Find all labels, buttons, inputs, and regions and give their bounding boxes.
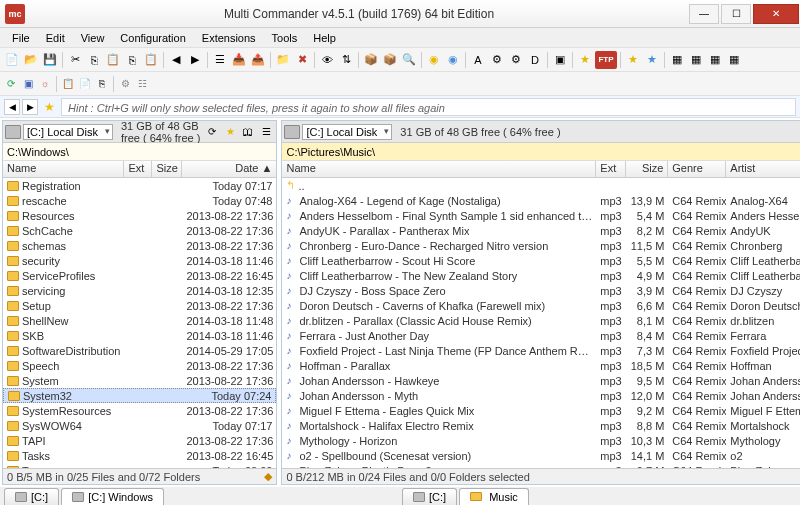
table-row[interactable]: ♪Doron Deutsch - Caverns of Khafka (Fare…: [282, 298, 800, 313]
table-row[interactable]: ♪Johan Andersson - Mythmp312,0 MC64 Remi…: [282, 388, 800, 403]
table-row[interactable]: SystemResources2013-08-22 17:36: [3, 403, 276, 418]
tool-icon[interactable]: 📄: [77, 76, 93, 92]
copy-button[interactable]: ⎘: [85, 51, 103, 69]
left-path-bar[interactable]: C:\Windows\: [3, 143, 276, 161]
pane-refresh-button[interactable]: ⟳: [204, 124, 220, 140]
table-row[interactable]: System2013-08-22 17:36: [3, 373, 276, 388]
tool-icon[interactable]: ☼: [37, 76, 53, 92]
paste-button[interactable]: 📋: [104, 51, 122, 69]
moveto-button[interactable]: 📤: [249, 51, 267, 69]
table-row[interactable]: SchCache2013-08-22 17:36: [3, 223, 276, 238]
table-row[interactable]: ShellNew2014-03-18 11:48: [3, 313, 276, 328]
table-row[interactable]: Speech2013-08-22 17:36: [3, 358, 276, 373]
cfg1-button[interactable]: ⚙: [488, 51, 506, 69]
star-button[interactable]: ★: [576, 51, 594, 69]
tool1-button[interactable]: ▦: [668, 51, 686, 69]
col-ext[interactable]: Ext: [596, 161, 626, 177]
find-button[interactable]: 🔍: [400, 51, 418, 69]
maximize-button[interactable]: ☐: [721, 4, 751, 24]
table-row[interactable]: ♪Hoffman - Parallaxmp318,5 MC64 RemixHof…: [282, 358, 800, 373]
table-row[interactable]: ♪AndyUK - Parallax - Pantherax Mixmp38,2…: [282, 223, 800, 238]
newfolder-button[interactable]: 📁: [274, 51, 292, 69]
table-row[interactable]: System32Today 07:24: [3, 388, 276, 403]
table-row[interactable]: SoftwareDistribution2014-05-29 17:05: [3, 343, 276, 358]
menu-file[interactable]: File: [4, 30, 38, 46]
right-file-list[interactable]: ↰..♪Analog-X64 - Legend of Kage (Nostali…: [282, 178, 800, 468]
table-row[interactable]: ♪Foxfield Project - Last Ninja Theme (FP…: [282, 343, 800, 358]
menu-view[interactable]: View: [73, 30, 113, 46]
menu-tools[interactable]: Tools: [264, 30, 306, 46]
table-row[interactable]: Setup2013-08-22 17:36: [3, 298, 276, 313]
col-name[interactable]: Name: [282, 161, 596, 177]
left-file-list[interactable]: RegistrationToday 07:17rescacheToday 07:…: [3, 178, 276, 468]
ftp-button[interactable]: FTP: [595, 51, 617, 69]
cfg2-button[interactable]: ⚙: [507, 51, 525, 69]
table-row[interactable]: ♪Johan Andersson - Hawkeyemp39,5 MC64 Re…: [282, 373, 800, 388]
table-row[interactable]: ♪Chronberg - Euro-Dance - Recharged Nitr…: [282, 238, 800, 253]
cut-button[interactable]: ✂: [66, 51, 84, 69]
tool-icon[interactable]: ⎘: [94, 76, 110, 92]
fav2-button[interactable]: ★: [643, 51, 661, 69]
colors2-button[interactable]: ◉: [444, 51, 462, 69]
delete-button[interactable]: ✖: [293, 51, 311, 69]
hint-prev-button[interactable]: ◀: [4, 99, 20, 115]
new-button[interactable]: 📄: [3, 51, 21, 69]
tool4-button[interactable]: ▦: [725, 51, 743, 69]
table-row[interactable]: TAPI2013-08-22 17:36: [3, 433, 276, 448]
table-row[interactable]: ServiceProfiles2013-08-22 16:45: [3, 268, 276, 283]
table-row[interactable]: ♪DJ Czyszy - Boss Space Zeromp33,9 MC64 …: [282, 283, 800, 298]
menu-help[interactable]: Help: [305, 30, 344, 46]
drive-select[interactable]: [C:] Local Disk: [23, 124, 113, 140]
table-row[interactable]: Tasks2013-08-22 16:45: [3, 448, 276, 463]
tool-icon[interactable]: ⟳: [3, 76, 19, 92]
save-button[interactable]: 💾: [41, 51, 59, 69]
back-button[interactable]: ◀: [167, 51, 185, 69]
tool-icon[interactable]: ☷: [134, 76, 150, 92]
open-button[interactable]: 📂: [22, 51, 40, 69]
table-row[interactable]: ♪Ferrara - Just Another Daymp38,4 MC64 R…: [282, 328, 800, 343]
tool-icon[interactable]: ⚙: [117, 76, 133, 92]
view-button[interactable]: 👁: [318, 51, 336, 69]
menu-extensions[interactable]: Extensions: [194, 30, 264, 46]
table-row[interactable]: ♪Anders Hesselbom - Final Synth Sample 1…: [282, 208, 800, 223]
right-path-bar[interactable]: C:\Pictures\Music\: [282, 143, 800, 161]
table-row[interactable]: RegistrationToday 07:17: [3, 178, 276, 193]
minimize-button[interactable]: —: [689, 4, 719, 24]
table-row[interactable]: ♪dr.blitzen - Parallax (Classic Acid Hou…: [282, 313, 800, 328]
updir-row[interactable]: ↰..: [282, 178, 800, 193]
props-button[interactable]: ☰: [211, 51, 229, 69]
panel-tab[interactable]: Music: [459, 488, 529, 505]
col-size[interactable]: Size: [626, 161, 668, 177]
pack-button[interactable]: 📦: [362, 51, 380, 69]
pane-history-button[interactable]: 🕮: [240, 124, 256, 140]
tool2-button[interactable]: ▦: [687, 51, 705, 69]
sortA-button[interactable]: A: [469, 51, 487, 69]
table-row[interactable]: ♪Mortalshock - Halifax Electro Remixmp38…: [282, 418, 800, 433]
col-name[interactable]: Name: [3, 161, 124, 177]
table-row[interactable]: rescacheToday 07:48: [3, 193, 276, 208]
pane-fav-button[interactable]: ★: [222, 124, 238, 140]
col-genre[interactable]: Genre: [668, 161, 726, 177]
table-row[interactable]: ♪Miguel F Ettema - Eagles Quick Mixmp39,…: [282, 403, 800, 418]
col-date[interactable]: Date ▲: [182, 161, 276, 177]
copyto-button[interactable]: 📥: [230, 51, 248, 69]
col-artist[interactable]: Artist: [726, 161, 800, 177]
table-row[interactable]: security2014-03-18 11:46: [3, 253, 276, 268]
table-row[interactable]: servicing2014-03-18 12:35: [3, 283, 276, 298]
col-size[interactable]: Size: [152, 161, 182, 177]
panel-tab[interactable]: [C:]: [4, 488, 59, 505]
table-row[interactable]: ♪Mythology - Horizonmp310,3 MC64 RemixMy…: [282, 433, 800, 448]
table-row[interactable]: Resources2013-08-22 17:36: [3, 208, 276, 223]
unpack-button[interactable]: 📦: [381, 51, 399, 69]
menu-edit[interactable]: Edit: [38, 30, 73, 46]
copy2-button[interactable]: ⎘: [123, 51, 141, 69]
panel-tab[interactable]: [C:] Windows: [61, 488, 164, 505]
drive-select[interactable]: [C:] Local Disk: [302, 124, 392, 140]
table-row[interactable]: schemas2013-08-22 17:36: [3, 238, 276, 253]
colors1-button[interactable]: ◉: [425, 51, 443, 69]
tool-icon[interactable]: ▣: [20, 76, 36, 92]
fwd-button[interactable]: ▶: [186, 51, 204, 69]
table-row[interactable]: SKB2014-03-18 11:46: [3, 328, 276, 343]
table-row[interactable]: ♪Cliff Leatherbarrow - Scout Hi Scoremp3…: [282, 253, 800, 268]
sortD-button[interactable]: D: [526, 51, 544, 69]
